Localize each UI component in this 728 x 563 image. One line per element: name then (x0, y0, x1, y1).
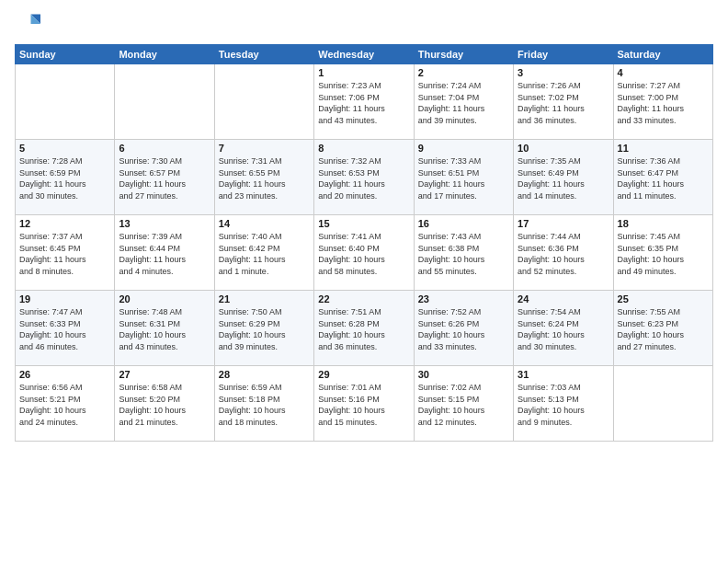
day-number: 14 (219, 218, 310, 229)
calendar-cell (115, 64, 214, 140)
calendar-cell (16, 64, 115, 140)
calendar-cell: 24Sunrise: 7:54 AM Sunset: 6:24 PM Dayli… (514, 291, 613, 366)
weekday-header-thursday: Thursday (414, 45, 513, 64)
weekday-header-wednesday: Wednesday (314, 45, 414, 64)
calendar-cell: 26Sunrise: 6:56 AM Sunset: 5:21 PM Dayli… (16, 366, 115, 442)
calendar-week-row: 12Sunrise: 7:37 AM Sunset: 6:45 PM Dayli… (16, 215, 713, 291)
day-info: Sunrise: 7:28 AM Sunset: 6:59 PM Dayligh… (19, 155, 110, 201)
day-number: 5 (19, 143, 110, 154)
day-info: Sunrise: 7:55 AM Sunset: 6:23 PM Dayligh… (618, 306, 709, 352)
calendar-cell: 29Sunrise: 7:01 AM Sunset: 5:16 PM Dayli… (314, 366, 414, 442)
day-number: 7 (219, 143, 310, 154)
day-number: 30 (418, 369, 509, 380)
day-info: Sunrise: 7:47 AM Sunset: 6:33 PM Dayligh… (19, 306, 110, 352)
day-info: Sunrise: 7:44 AM Sunset: 6:36 PM Dayligh… (518, 231, 609, 277)
calendar-cell: 22Sunrise: 7:51 AM Sunset: 6:28 PM Dayli… (314, 291, 414, 366)
weekday-header-saturday: Saturday (613, 45, 712, 64)
calendar-cell: 5Sunrise: 7:28 AM Sunset: 6:59 PM Daylig… (16, 140, 115, 215)
header (15, 11, 713, 37)
calendar-cell: 16Sunrise: 7:43 AM Sunset: 6:38 PM Dayli… (414, 215, 513, 291)
logo-icon (15, 11, 40, 37)
day-number: 6 (119, 143, 210, 154)
day-info: Sunrise: 7:24 AM Sunset: 7:04 PM Dayligh… (418, 80, 509, 126)
calendar-cell: 27Sunrise: 6:58 AM Sunset: 5:20 PM Dayli… (115, 366, 214, 442)
calendar-cell: 31Sunrise: 7:03 AM Sunset: 5:13 PM Dayli… (514, 366, 613, 442)
day-info: Sunrise: 6:56 AM Sunset: 5:21 PM Dayligh… (19, 382, 110, 428)
day-info: Sunrise: 7:36 AM Sunset: 6:47 PM Dayligh… (618, 155, 709, 201)
day-number: 23 (418, 293, 509, 304)
calendar-cell: 4Sunrise: 7:27 AM Sunset: 7:00 PM Daylig… (613, 64, 712, 140)
calendar-cell: 15Sunrise: 7:41 AM Sunset: 6:40 PM Dayli… (314, 215, 414, 291)
day-info: Sunrise: 6:58 AM Sunset: 5:20 PM Dayligh… (119, 382, 210, 428)
day-number: 9 (418, 143, 509, 154)
weekday-header-sunday: Sunday (16, 45, 115, 64)
day-number: 10 (518, 143, 609, 154)
weekday-header-row: SundayMondayTuesdayWednesdayThursdayFrid… (16, 45, 713, 64)
day-info: Sunrise: 7:39 AM Sunset: 6:44 PM Dayligh… (119, 231, 210, 277)
calendar-table: SundayMondayTuesdayWednesdayThursdayFrid… (15, 44, 713, 442)
day-number: 17 (518, 218, 609, 229)
day-number: 27 (119, 369, 210, 380)
calendar-cell: 8Sunrise: 7:32 AM Sunset: 6:53 PM Daylig… (314, 140, 414, 215)
calendar-cell: 19Sunrise: 7:47 AM Sunset: 6:33 PM Dayli… (16, 291, 115, 366)
calendar-page: SundayMondayTuesdayWednesdayThursdayFrid… (0, 0, 728, 563)
day-number: 31 (518, 369, 609, 380)
calendar-cell: 30Sunrise: 7:02 AM Sunset: 5:15 PM Dayli… (414, 366, 513, 442)
calendar-cell: 20Sunrise: 7:48 AM Sunset: 6:31 PM Dayli… (115, 291, 214, 366)
calendar-cell: 10Sunrise: 7:35 AM Sunset: 6:49 PM Dayli… (514, 140, 613, 215)
calendar-cell: 18Sunrise: 7:45 AM Sunset: 6:35 PM Dayli… (613, 215, 712, 291)
day-info: Sunrise: 7:26 AM Sunset: 7:02 PM Dayligh… (518, 80, 609, 126)
calendar-cell: 28Sunrise: 6:59 AM Sunset: 5:18 PM Dayli… (214, 366, 313, 442)
weekday-header-tuesday: Tuesday (214, 45, 313, 64)
day-number: 13 (119, 218, 210, 229)
day-number: 24 (518, 293, 609, 304)
day-info: Sunrise: 7:52 AM Sunset: 6:26 PM Dayligh… (418, 306, 509, 352)
day-info: Sunrise: 6:59 AM Sunset: 5:18 PM Dayligh… (219, 382, 310, 428)
day-number: 25 (618, 293, 709, 304)
calendar-cell (214, 64, 313, 140)
day-info: Sunrise: 7:27 AM Sunset: 7:00 PM Dayligh… (618, 80, 709, 126)
calendar-cell (613, 366, 712, 442)
day-number: 15 (318, 218, 409, 229)
day-info: Sunrise: 7:37 AM Sunset: 6:45 PM Dayligh… (19, 231, 110, 277)
day-info: Sunrise: 7:33 AM Sunset: 6:51 PM Dayligh… (418, 155, 509, 201)
day-number: 19 (19, 293, 110, 304)
day-number: 18 (618, 218, 709, 229)
day-info: Sunrise: 7:50 AM Sunset: 6:29 PM Dayligh… (219, 306, 310, 352)
day-info: Sunrise: 7:30 AM Sunset: 6:57 PM Dayligh… (119, 155, 210, 201)
day-number: 29 (318, 369, 409, 380)
day-number: 8 (318, 143, 409, 154)
logo (15, 11, 44, 37)
calendar-cell: 9Sunrise: 7:33 AM Sunset: 6:51 PM Daylig… (414, 140, 513, 215)
calendar-week-row: 5Sunrise: 7:28 AM Sunset: 6:59 PM Daylig… (16, 140, 713, 215)
weekday-header-monday: Monday (115, 45, 214, 64)
calendar-week-row: 19Sunrise: 7:47 AM Sunset: 6:33 PM Dayli… (16, 291, 713, 366)
day-number: 11 (618, 143, 709, 154)
calendar-cell: 11Sunrise: 7:36 AM Sunset: 6:47 PM Dayli… (613, 140, 712, 215)
day-info: Sunrise: 7:54 AM Sunset: 6:24 PM Dayligh… (518, 306, 609, 352)
day-info: Sunrise: 7:41 AM Sunset: 6:40 PM Dayligh… (318, 231, 409, 277)
calendar-cell: 13Sunrise: 7:39 AM Sunset: 6:44 PM Dayli… (115, 215, 214, 291)
calendar-cell: 3Sunrise: 7:26 AM Sunset: 7:02 PM Daylig… (514, 64, 613, 140)
day-info: Sunrise: 7:45 AM Sunset: 6:35 PM Dayligh… (618, 231, 709, 277)
day-number: 28 (219, 369, 310, 380)
day-info: Sunrise: 7:31 AM Sunset: 6:55 PM Dayligh… (219, 155, 310, 201)
day-number: 12 (19, 218, 110, 229)
day-info: Sunrise: 7:23 AM Sunset: 7:06 PM Dayligh… (318, 80, 409, 126)
day-number: 1 (318, 67, 409, 78)
day-info: Sunrise: 7:01 AM Sunset: 5:16 PM Dayligh… (318, 382, 409, 428)
calendar-cell: 23Sunrise: 7:52 AM Sunset: 6:26 PM Dayli… (414, 291, 513, 366)
calendar-cell: 17Sunrise: 7:44 AM Sunset: 6:36 PM Dayli… (514, 215, 613, 291)
calendar-week-row: 1Sunrise: 7:23 AM Sunset: 7:06 PM Daylig… (16, 64, 713, 140)
calendar-cell: 12Sunrise: 7:37 AM Sunset: 6:45 PM Dayli… (16, 215, 115, 291)
day-info: Sunrise: 7:43 AM Sunset: 6:38 PM Dayligh… (418, 231, 509, 277)
calendar-cell: 14Sunrise: 7:40 AM Sunset: 6:42 PM Dayli… (214, 215, 313, 291)
calendar-week-row: 26Sunrise: 6:56 AM Sunset: 5:21 PM Dayli… (16, 366, 713, 442)
day-info: Sunrise: 7:32 AM Sunset: 6:53 PM Dayligh… (318, 155, 409, 201)
calendar-cell: 1Sunrise: 7:23 AM Sunset: 7:06 PM Daylig… (314, 64, 414, 140)
weekday-header-friday: Friday (514, 45, 613, 64)
day-number: 4 (618, 67, 709, 78)
day-number: 3 (518, 67, 609, 78)
day-number: 22 (318, 293, 409, 304)
day-info: Sunrise: 7:51 AM Sunset: 6:28 PM Dayligh… (318, 306, 409, 352)
